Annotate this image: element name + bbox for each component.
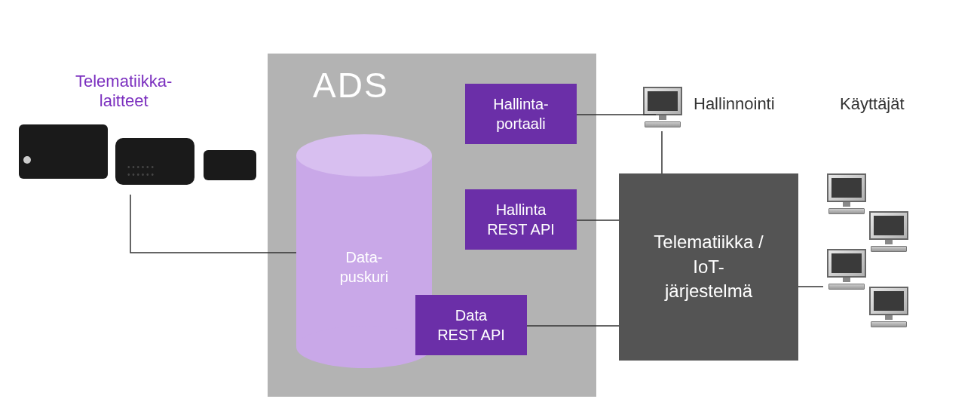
telematics-iot-system-box: Telematiikka / IoT- järjestelmä [619, 173, 798, 361]
data-buffer-label: Data- puskuri [296, 247, 432, 287]
telematics-devices-group [19, 124, 253, 196]
ads-container: ADS Data- puskuri Hallinta- portaali Hal… [268, 54, 596, 397]
devices-label-l2: laitteet [100, 91, 149, 110]
computer-icon-user-2 [865, 211, 912, 255]
users-label: Käyttäjät [840, 94, 905, 114]
device-icon-3 [204, 150, 256, 180]
computer-icon-user-4 [865, 287, 912, 330]
admin-label: Hallinnointi [694, 94, 775, 114]
device-icon-2 [115, 138, 194, 185]
device-icon-1 [19, 124, 108, 179]
devices-label: Telematiikka- laitteet [75, 72, 172, 112]
computer-icon-user-3 [823, 249, 870, 293]
data-buffer-cylinder: Data- puskuri [296, 134, 432, 368]
ads-title: ADS [313, 65, 389, 106]
management-rest-api-box: Hallinta REST API [465, 189, 577, 250]
computer-icon-admin [639, 87, 686, 130]
computer-icon-user-1 [823, 173, 870, 217]
devices-label-l1: Telematiikka- [75, 72, 172, 91]
data-rest-api-box: Data REST API [415, 295, 527, 355]
management-portal-box: Hallinta- portaali [465, 84, 577, 144]
